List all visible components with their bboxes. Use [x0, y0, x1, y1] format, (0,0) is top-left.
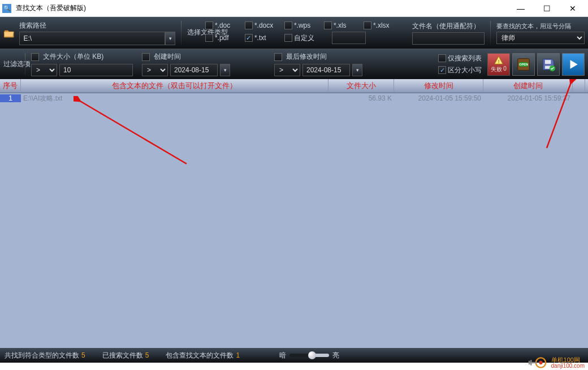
- fail-button[interactable]: ! 失败0: [487, 53, 510, 76]
- created-date[interactable]: [170, 64, 218, 76]
- svg-text:!: !: [498, 58, 500, 64]
- size-op[interactable]: >: [31, 64, 57, 76]
- modified-date[interactable]: [302, 64, 350, 76]
- theme-slider[interactable]: 暗 亮: [279, 351, 339, 360]
- th-file[interactable]: 包含文本的文件（双击可以打开文件）: [21, 79, 328, 93]
- svg-point-10: [539, 361, 542, 364]
- path-dropdown-button[interactable]: ▾: [165, 32, 175, 45]
- statusbar: 共找到符合类型的文件数5 已搜索文件数5 包含查找文本的文件数1 暗 亮: [0, 348, 588, 363]
- cell-file: E:\\AI攻略.txt: [21, 94, 328, 103]
- svg-line-7: [79, 101, 187, 164]
- status-matched: 共找到符合类型的文件数5: [5, 351, 85, 360]
- maximize-button[interactable]: ☐: [534, 0, 560, 17]
- close-button[interactable]: ✕: [560, 0, 586, 17]
- open-button[interactable]: OPEN: [512, 53, 535, 76]
- th-extra[interactable]: [573, 79, 585, 93]
- filter-label: 过滤选项: [3, 60, 19, 69]
- ft-txt[interactable]: *.txt: [245, 34, 282, 42]
- custom-ext-input[interactable]: [332, 32, 366, 44]
- path-label: 搜索路径: [19, 21, 175, 31]
- filetype-group: *.doc *.docx *.wps *.xls *.xlsx *.pdf *.…: [205, 21, 401, 44]
- minimize-button[interactable]: —: [508, 0, 534, 17]
- app-icon: 🔍: [2, 4, 11, 13]
- ft-custom[interactable]: 自定义: [284, 33, 330, 43]
- th-created[interactable]: 创建时间: [483, 79, 573, 93]
- modified-op[interactable]: >: [274, 64, 300, 76]
- toolbar-row-2: 过滤选项 文件大小（单位 KB) > 创建时间 > ▾ 最后修改时间 > ▾ 仅…: [0, 49, 588, 79]
- table-row[interactable]: 1 E:\\AI攻略.txt 56.93 K 2024-01-05 15:59:…: [0, 93, 588, 103]
- warning-icon: !: [494, 55, 504, 66]
- results-table: 序号 包含文本的文件（双击可以打开文件） 文件大小 修改时间 创建时间 1 E:…: [0, 79, 588, 348]
- th-index[interactable]: 序号: [0, 79, 21, 93]
- annotation-arrow-left: [74, 96, 192, 169]
- cell-created: 2024-01-05 15:59:37: [483, 94, 573, 102]
- status-searched: 已搜索文件数5: [102, 351, 149, 360]
- play-icon: [567, 58, 580, 71]
- table-header: 序号 包含文本的文件（双击可以打开文件） 文件大小 修改时间 创建时间: [0, 79, 588, 93]
- created-date-picker[interactable]: ▾: [220, 64, 230, 76]
- watermark-logo: [526, 356, 549, 369]
- save-button[interactable]: [537, 53, 560, 76]
- created-op[interactable]: >: [142, 64, 168, 76]
- run-button[interactable]: [562, 53, 585, 76]
- open-icon: OPEN: [516, 56, 531, 72]
- ft-docx[interactable]: *.docx: [245, 21, 282, 29]
- ft-wps[interactable]: *.wps: [284, 21, 322, 29]
- searchtext-combo[interactable]: 律师: [496, 32, 585, 44]
- size-value[interactable]: [59, 64, 133, 76]
- th-modified[interactable]: 修改时间: [394, 79, 483, 93]
- case-check[interactable]: 区分大小写: [438, 66, 482, 75]
- filetype-label: 选择文件类型: [187, 28, 203, 37]
- cell-index: 1: [0, 94, 21, 102]
- searchtext-label: 要查找的文本，用逗号分隔: [496, 22, 585, 31]
- modified-check[interactable]: [274, 53, 282, 61]
- filename-label: 文件名（使用通配符）: [412, 21, 485, 31]
- path-input[interactable]: [19, 32, 165, 45]
- ft-xlsx[interactable]: *.xlsx: [364, 21, 401, 29]
- status-contain: 包含查找文本的文件数1: [166, 351, 240, 360]
- watermark: 单机100网 danji100.com: [526, 356, 585, 369]
- filename-input[interactable]: [412, 32, 485, 45]
- titlebar: 🔍 查找文本（吾爱破解版) — ☐ ✕: [0, 0, 588, 17]
- floppy-icon: [541, 57, 556, 72]
- ft-doc[interactable]: *.doc: [205, 21, 243, 29]
- modified-date-picker[interactable]: ▾: [352, 64, 362, 76]
- listonly-check[interactable]: 仅搜索列表: [438, 54, 482, 63]
- window-title: 查找文本（吾爱破解版): [16, 3, 508, 13]
- th-size[interactable]: 文件大小: [328, 79, 394, 93]
- cell-modified: 2024-01-05 15:59:50: [394, 94, 483, 102]
- size-check[interactable]: [31, 53, 39, 61]
- svg-rect-4: [545, 60, 551, 64]
- folder-icon[interactable]: [3, 22, 15, 43]
- cell-size: 56.93 K: [328, 94, 394, 102]
- created-check[interactable]: [142, 53, 150, 61]
- ft-xls[interactable]: *.xls: [324, 21, 361, 29]
- svg-text:OPEN: OPEN: [519, 62, 528, 66]
- ft-pdf[interactable]: *.pdf: [205, 34, 243, 42]
- toolbar-row-1: 搜索路径 ▾ 选择文件类型 *.doc *.docx *.wps *.xls *…: [0, 17, 588, 49]
